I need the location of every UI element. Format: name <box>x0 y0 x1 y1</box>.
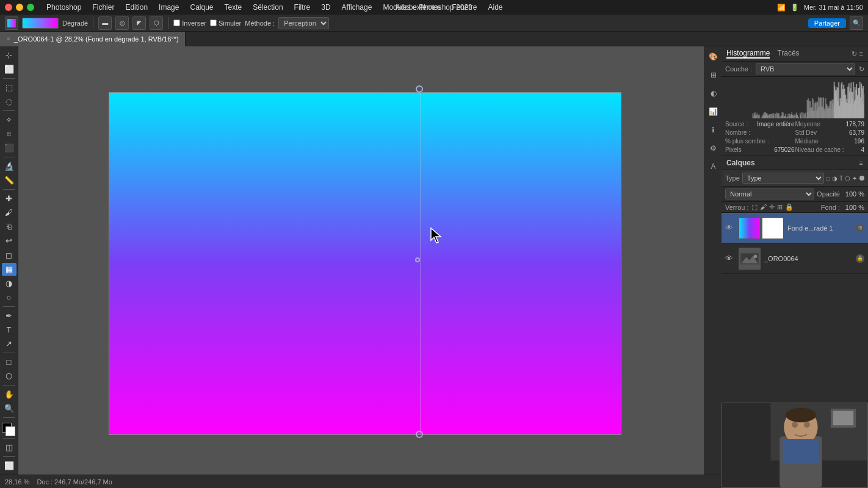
panel-adjust-icon[interactable]: ◐ <box>707 87 720 100</box>
history-tool[interactable]: ↩ <box>2 234 16 247</box>
histogram-expand-icon[interactable]: ↻ <box>859 65 864 73</box>
menu-filtre[interactable]: Filtre <box>289 2 316 13</box>
lasso-tool[interactable]: ◌ <box>2 95 16 108</box>
panel-layers-icon[interactable]: ⊞ <box>707 68 720 82</box>
invert-checkbox-label[interactable]: Inverser <box>173 20 206 27</box>
lock-position-icon[interactable]: ✛ <box>769 203 775 211</box>
method-select[interactable]: Perception Linéarité <box>278 17 329 29</box>
background-color[interactable] <box>5 426 15 436</box>
gradient-tool[interactable]: ▦ <box>2 263 16 276</box>
histogram-refresh-icon[interactable]: ↻ <box>852 50 857 58</box>
panel-color-icon[interactable]: 🎨 <box>707 50 720 63</box>
traces-tab[interactable]: Tracés <box>777 49 799 59</box>
filter-toggle-dot[interactable] <box>859 176 864 181</box>
svg-point-17 <box>786 408 816 423</box>
gradient-handle-mid[interactable] <box>415 257 420 262</box>
gradient-linear-btn[interactable]: ▬ <box>98 16 112 30</box>
type-tool[interactable]: T <box>2 323 16 336</box>
mac-maximize-btn[interactable] <box>27 4 34 11</box>
menu-edition[interactable]: Edition <box>120 2 153 13</box>
mac-minimize-btn[interactable] <box>16 4 23 11</box>
mac-close-btn[interactable] <box>5 4 12 11</box>
panel-hist-icon[interactable]: 📊 <box>707 105 720 118</box>
gradient-handle-top[interactable] <box>416 85 423 93</box>
frame-tool[interactable]: ⬛ <box>2 142 16 154</box>
layer-visibility-toggle[interactable]: 👁 <box>725 223 735 232</box>
datetime: Mer. 31 mai à 11:50 <box>804 4 863 11</box>
blend-mode-select[interactable]: NormalFonduMultiplier <box>725 188 814 199</box>
panel-char-icon[interactable]: A <box>707 160 720 173</box>
shape-tool[interactable]: □ <box>2 356 16 368</box>
moyenne-value: 178,79 <box>845 121 864 127</box>
layer-item-gradient[interactable]: 👁 Fond e...radé 1 ⊞ <box>722 213 868 243</box>
lock-artboard-icon[interactable]: ⊞ <box>777 203 783 211</box>
gradient-reflected-btn[interactable]: ⬡ <box>150 16 163 30</box>
blur-tool[interactable]: ◑ <box>2 277 16 290</box>
search-button[interactable]: 🔍 <box>850 16 863 30</box>
filter-label: Type <box>725 174 740 182</box>
histogram-tab[interactable]: Histogramme <box>726 49 770 59</box>
layer-item-photo[interactable]: 👁 <box>722 243 868 274</box>
brush-tool[interactable]: 🖌 <box>2 206 16 219</box>
menu-fichier[interactable]: Fichier <box>87 2 119 13</box>
document-canvas[interactable] <box>109 93 621 434</box>
panel-properties-icon[interactable]: ⚙ <box>707 142 720 155</box>
lock-all-icon[interactable]: 🔒 <box>785 203 794 211</box>
layer-visibility-toggle-photo[interactable]: 👁 <box>725 254 735 263</box>
layers-menu-icon[interactable]: ≡ <box>859 159 863 167</box>
gradient-preview[interactable] <box>22 18 59 29</box>
layer-name-gradient: Fond e...radé 1 <box>787 224 852 232</box>
menu-texte[interactable]: Texte <box>220 2 247 13</box>
move-tool[interactable]: ⊹ <box>2 49 16 62</box>
layers-panel-header: Calques ≡ <box>722 156 868 170</box>
filter-smart-icon[interactable]: ✦ <box>852 175 857 182</box>
zoom-tool[interactable]: 🔍 <box>2 402 16 415</box>
pen-tool[interactable]: ✒ <box>2 309 16 322</box>
filter-adjust-icon[interactable]: ◑ <box>832 175 837 182</box>
filter-type-icon[interactable]: T <box>839 175 843 182</box>
artboard-tool[interactable]: ⬜ <box>2 63 16 76</box>
histogram-actions: ↻ ≡ <box>852 50 863 58</box>
menu-photoshop[interactable]: Photoshop <box>42 2 86 13</box>
spot-heal-tool[interactable]: ✚ <box>2 192 16 205</box>
filter-type-select[interactable]: TypeNomEffet <box>742 173 824 184</box>
gradient-handle-bottom[interactable] <box>416 431 423 438</box>
menu-image[interactable]: Image <box>154 2 184 13</box>
3d-tool[interactable]: ⬡ <box>2 370 16 382</box>
panel-info-icon[interactable]: ℹ <box>707 123 720 137</box>
menu-aide[interactable]: Aide <box>483 2 507 13</box>
marquee-tool[interactable]: ⬚ <box>2 81 16 94</box>
menu-selection[interactable]: Sélection <box>248 2 288 13</box>
histogram-menu-icon[interactable]: ≡ <box>859 50 863 58</box>
path-select-tool[interactable]: ↗ <box>2 337 16 350</box>
hand-tool[interactable]: ✋ <box>2 388 16 401</box>
lock-transparency-icon[interactable]: ⬚ <box>751 203 758 211</box>
menu-calque[interactable]: Calque <box>185 2 218 13</box>
gradient-angle-btn[interactable]: ◤ <box>132 16 146 30</box>
crop-tool[interactable]: ⌗ <box>2 127 16 140</box>
quick-mask-tool[interactable]: ◫ <box>2 441 16 454</box>
lock-paint-icon[interactable]: 🖌 <box>760 203 767 211</box>
histogram-panel: Histogramme Tracés ↻ ≡ Couche : RVBRouge… <box>722 46 868 156</box>
dodge-tool[interactable]: ○ <box>2 291 16 304</box>
gradient-radial-btn[interactable]: ◎ <box>115 16 129 30</box>
stamp-tool[interactable]: ⎗ <box>2 220 16 233</box>
measure-tool[interactable]: 📏 <box>2 174 16 187</box>
simulate-checkbox-label[interactable]: Simuler <box>210 20 241 27</box>
menu-3d[interactable]: 3D <box>316 2 335 13</box>
menu-affichage[interactable]: Affichage <box>337 2 377 13</box>
eyedropper-tool[interactable]: 🔬 <box>2 160 16 173</box>
invert-checkbox[interactable] <box>173 20 180 26</box>
nombre-label: Nombre : <box>725 129 750 136</box>
simulate-checkbox[interactable] <box>210 20 217 26</box>
svg-rect-0 <box>7 19 16 27</box>
filter-shape-icon[interactable]: ⬡ <box>845 175 850 182</box>
couche-select[interactable]: RVBRougeVertBleu <box>756 63 855 74</box>
share-button[interactable]: Partager <box>808 18 846 28</box>
document-tab[interactable]: ✕ _ORO0064-1 @ 28,2% (Fond en dégradé 1,… <box>0 32 186 46</box>
screen-mode-tool[interactable]: ⬜ <box>2 459 16 472</box>
filter-pixel-icon[interactable]: □ <box>826 175 830 182</box>
eraser-tool[interactable]: ◻ <box>2 249 16 262</box>
source-label: Source : <box>725 121 748 127</box>
quick-select-tool[interactable]: ✧ <box>2 113 16 126</box>
